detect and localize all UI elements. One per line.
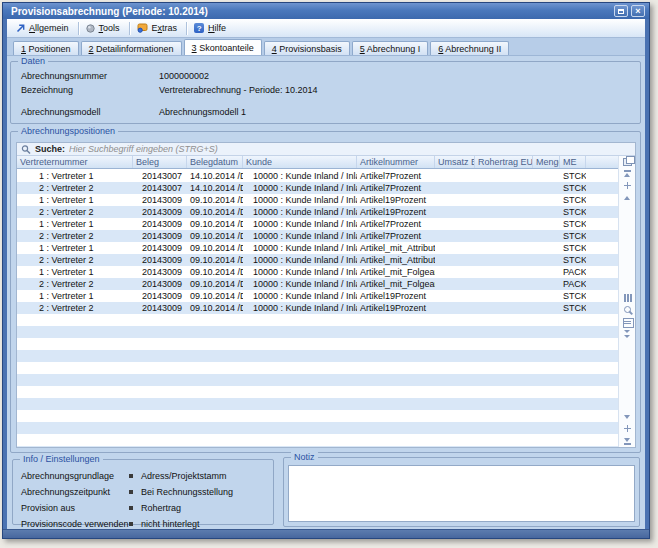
cell: Artikel7Prozent <box>357 182 435 194</box>
table-row[interactable]: 2 : Vertreter 22014300909.10.2014 /Do100… <box>17 230 618 242</box>
cell: STCK <box>560 194 586 206</box>
column-header-kunde[interactable]: Kunde <box>243 156 357 168</box>
toolbar-item-label: Hilfe <box>208 23 226 33</box>
table-row[interactable]: 2 : Vertreter 22014300909.10.2014 /Do100… <box>17 278 618 290</box>
cell <box>533 338 560 350</box>
cell <box>17 386 133 398</box>
cell: 09.10.2014 /Do <box>187 290 243 302</box>
cell <box>357 398 435 410</box>
zoom-icon[interactable] <box>621 304 634 316</box>
cell <box>533 434 560 446</box>
cell <box>560 314 586 326</box>
cell: 1 : Vertreter 1 <box>17 290 133 302</box>
cell <box>435 326 475 338</box>
cell <box>586 266 618 278</box>
toolbar-item-allgemein[interactable]: Allgemein <box>11 21 76 35</box>
toolbar-separator <box>186 22 187 35</box>
bullet-icon <box>129 522 133 526</box>
column-chooser-icon[interactable] <box>621 156 634 168</box>
cell: 09.10.2014 /Do <box>187 194 243 206</box>
tab-abrechnung-ii[interactable]: 6 Abrechnung II <box>430 41 509 55</box>
column-header-rohertrag-eur[interactable]: Rohertrag EUR <box>475 156 533 168</box>
cell: 10000 : Kunde Inland / Inlandsort <box>243 266 357 278</box>
table-row[interactable]: 1 : Vertreter 12014300909.10.2014 /Do100… <box>17 218 618 230</box>
scroll-first-icon[interactable] <box>621 168 634 180</box>
tab-positionen[interactable]: 1 Positionen <box>13 41 79 55</box>
table-row-empty <box>17 374 618 386</box>
cell <box>475 386 533 398</box>
cell <box>475 278 533 290</box>
cell-text: 10000 <box>246 230 278 242</box>
cell <box>243 338 357 350</box>
cell <box>17 326 133 338</box>
cell: 20143009 <box>133 290 187 302</box>
cell: 14.10.2014 /Di <box>187 182 243 194</box>
table-row-empty <box>17 386 618 398</box>
table-row-empty <box>17 326 618 338</box>
bullet-icon <box>129 506 133 510</box>
cell <box>475 254 533 266</box>
cell <box>357 314 435 326</box>
close-button[interactable] <box>631 5 645 17</box>
column-header-me[interactable]: ME <box>560 156 586 168</box>
table-row[interactable]: 2 : Vertreter 22014300909.10.2014 /Do100… <box>17 206 618 218</box>
scroll-up-icon[interactable] <box>621 192 634 204</box>
cell <box>187 374 243 386</box>
window-body: AllgemeinToolsExtrasHilfe 1 Positionen2 … <box>7 19 645 529</box>
columns-icon[interactable] <box>621 292 634 304</box>
field-value: Vertreterabrechnung - Periode: 10.2014 <box>159 85 634 95</box>
cell: 1 : Vertreter 1 <box>17 218 133 230</box>
cell <box>435 422 475 434</box>
cell <box>560 338 586 350</box>
field-value: Abrechnungsmodell 1 <box>159 107 634 117</box>
tab-provisionsbasis[interactable]: 4 Provisionsbasis <box>264 41 350 55</box>
search-input[interactable]: Hier Suchbegriff eingeben (STRG+S) <box>69 144 635 154</box>
tab-detailinformationen[interactable]: 2 Detailinformationen <box>81 41 182 55</box>
tab-abrechnung-i[interactable]: 5 Abrechnung I <box>352 41 429 55</box>
scroll-last-icon[interactable] <box>621 435 634 447</box>
notiz-textarea[interactable] <box>288 465 635 522</box>
daten-field: AbrechnungsmodellAbrechnungsmodell 1 <box>21 107 634 117</box>
cell <box>586 230 618 242</box>
cell: 2 : Vertreter 2 <box>17 254 133 266</box>
column-header-beleg[interactable]: Beleg <box>133 156 187 168</box>
table-row[interactable]: 2 : Vertreter 22014300909.10.2014 /Do100… <box>17 254 618 266</box>
tab-skontoanteile[interactable]: 3 Skontoanteile <box>184 39 262 55</box>
column-header-belegdatum[interactable]: Belegdatum <box>187 156 243 168</box>
column-header-umsatz-eur[interactable]: Umsatz EUR <box>435 156 475 168</box>
restore-button[interactable] <box>614 5 628 17</box>
column-header-vertreternummer[interactable]: Vertreternummer <box>17 156 133 168</box>
table-row[interactable]: 1 : Vertreter 12014300909.10.2014 /Do100… <box>17 266 618 278</box>
table-row[interactable]: 2 : Vertreter 22014300714.10.2014 /Di100… <box>17 182 618 194</box>
cell: 10000 : Kunde Inland / Inlandsort <box>243 278 357 290</box>
cell <box>133 314 187 326</box>
filter-icon[interactable] <box>621 328 634 340</box>
cell: 1 : Vertreter 1 <box>17 194 133 206</box>
table-row[interactable]: 2 : Vertreter 22014300909.10.2014 /Do100… <box>17 302 618 314</box>
cell <box>243 410 357 422</box>
cell: Artikel_mit_Folgeartikel <box>357 278 435 290</box>
cell <box>133 446 187 447</box>
cell: 10000 : Kunde Inland / Inlandsort <box>243 242 357 254</box>
row-plus-icon[interactable] <box>621 180 634 192</box>
info-field-value: Rohertrag <box>141 503 269 513</box>
cell <box>357 446 435 447</box>
scroll-down-icon[interactable] <box>621 411 634 423</box>
table-row[interactable]: 1 : Vertreter 12014300909.10.2014 /Do100… <box>17 290 618 302</box>
layout-icon[interactable] <box>621 316 634 328</box>
column-header-artikelnummer[interactable]: Artikelnummer <box>357 156 435 168</box>
cell <box>435 218 475 230</box>
table-row[interactable]: 1 : Vertreter 12014300909.10.2014 /Do100… <box>17 242 618 254</box>
table-row[interactable]: 1 : Vertreter 12014300714.10.2014 /Di100… <box>17 170 618 182</box>
cell-text: 10000 <box>246 302 278 314</box>
cell: Artikel19Prozent <box>357 302 435 314</box>
cell <box>560 422 586 434</box>
row-plus-icon[interactable] <box>621 423 634 435</box>
column-header-menge[interactable]: Menge <box>533 156 560 168</box>
cell <box>357 374 435 386</box>
table-row[interactable]: 1 : Vertreter 12014300909.10.2014 /Do100… <box>17 194 618 206</box>
toolbar-item-extras[interactable]: Extras <box>132 21 185 35</box>
toolbar-item-hilfe[interactable]: Hilfe <box>189 21 233 35</box>
toolbar-item-tools[interactable]: Tools <box>81 21 127 35</box>
cell <box>357 362 435 374</box>
